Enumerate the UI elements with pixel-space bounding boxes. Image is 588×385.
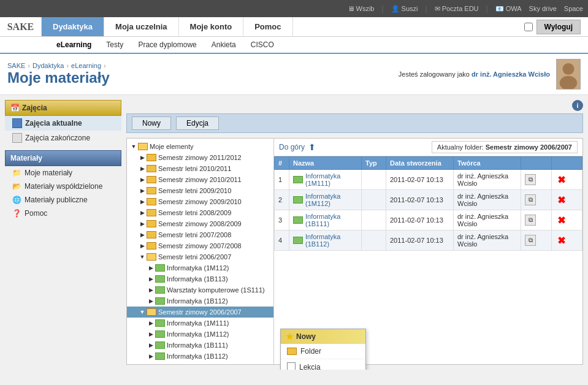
- top-bar-wszib[interactable]: 🖥 Wszib: [348, 5, 375, 12]
- top-bar-suszi[interactable]: 👤 Suszi: [391, 5, 418, 13]
- folder-icon: [147, 253, 156, 261]
- nowy-button[interactable]: Nowy: [132, 116, 171, 130]
- folder-icon: [147, 209, 156, 216]
- delete-icon[interactable]: ✖: [556, 235, 567, 246]
- copy-icon[interactable]: ⧉: [525, 174, 536, 185]
- top-bar-poczta[interactable]: ✉ Poczta EDU: [435, 5, 479, 13]
- top-bar-owa[interactable]: 📧 OWA: [495, 5, 522, 13]
- subnav-elearning[interactable]: eLearning: [49, 38, 99, 51]
- go-up-link[interactable]: Do góry: [279, 143, 305, 151]
- tree-root[interactable]: ▼ Moje elementy: [127, 141, 273, 152]
- info-icon[interactable]: i: [572, 100, 583, 111]
- tree-item[interactable]: ▶ Warsztaty komputerowe (1S111): [127, 284, 273, 295]
- person-icon: 👤: [391, 5, 400, 13]
- up-arrow-icon: ⬆: [308, 142, 316, 152]
- tree-panel: ▼ Moje elementy ▶ Semestr zimowy 2011/20…: [127, 139, 274, 364]
- folder-icon: [147, 165, 156, 172]
- user-info: Jesteś zalogowany jako dr inż. Agnieszka…: [399, 59, 581, 90]
- item-link[interactable]: Informatyka (1M112): [293, 192, 357, 207]
- tree-item[interactable]: ▶ Semestr letni 2009/2010: [127, 185, 273, 196]
- tree-item[interactable]: ▶ Semestr letni 2007/2008: [127, 229, 273, 240]
- tree-item[interactable]: ▶ Semestr zimowy 2010/2011: [127, 174, 273, 185]
- tree-item-selected[interactable]: ▼ Semestr zimowy 2006/2007: [127, 307, 273, 318]
- tree-item[interactable]: ▶ Informatyka (1M111): [127, 318, 273, 329]
- item-link[interactable]: Informatyka (1M111): [293, 172, 357, 187]
- logout-checkbox[interactable]: [524, 23, 533, 31]
- breadcrumb-dydaktyka[interactable]: Dydaktyka: [32, 62, 64, 69]
- tree-item[interactable]: ▶ Informatyka (1B111): [127, 340, 273, 351]
- dropdown-header: ★ Nowy: [281, 329, 365, 344]
- col-type: Typ: [362, 157, 386, 170]
- current-folder-name: Semestr zimowy 2006/2007: [486, 143, 572, 151]
- svg-point-2: [560, 76, 578, 90]
- nav-dydaktyka[interactable]: Dydaktyka: [42, 17, 104, 36]
- breadcrumb: SAKE › Dydaktyka › eLearning ›: [7, 62, 399, 69]
- dropdown-item-folder[interactable]: Folder: [281, 344, 365, 359]
- tree-item[interactable]: ▶ Semestr zimowy 2009/2010: [127, 196, 273, 207]
- sidebar-item-wspoldzielone[interactable]: 📂 Materiały współdzielone: [5, 180, 121, 193]
- folder-icon: [287, 348, 297, 355]
- copy-icon[interactable]: ⧉: [525, 215, 536, 226]
- subnav-prace-dyplomowe[interactable]: Prace dyplomowe: [131, 38, 204, 51]
- nav-moje-konto[interactable]: Moje konto: [179, 17, 244, 36]
- folder-icon: [147, 176, 156, 183]
- tree-item[interactable]: ▶ Semestr zimowy 2007/2008: [127, 240, 273, 251]
- delete-icon[interactable]: ✖: [556, 174, 567, 185]
- main-panel: i Nowy Edycja ▼ Moje elementy ▶ Se: [126, 100, 583, 365]
- sidebar-item-pomoc[interactable]: ❓ Pomoc: [5, 207, 121, 220]
- breadcrumb-elearning[interactable]: eLearning: [71, 62, 101, 69]
- tree-item[interactable]: ▶ Informatyka (1B112): [127, 351, 273, 362]
- copy-icon[interactable]: ⧉: [525, 194, 536, 205]
- subnav-testy[interactable]: Testy: [99, 38, 131, 51]
- mail-icon: ✉: [435, 5, 440, 13]
- tree-item[interactable]: ▶ Semestr letni 2010/2011: [127, 163, 273, 174]
- content-panel: Do góry ⬆ Aktualny folder: Semestr zimow…: [274, 139, 582, 364]
- tree-item[interactable]: ▼ Semestr letni 2006/2007: [127, 251, 273, 262]
- sidebar-item-publiczne[interactable]: 🌐 Materiały publiczne: [5, 193, 121, 207]
- nav-moja-uczelnia[interactable]: Moja uczelnia: [104, 17, 179, 36]
- page-title: Moje materiały: [7, 69, 399, 86]
- tree-toggle-root[interactable]: ▼: [129, 142, 138, 151]
- tree-content: ▼ Moje elementy ▶ Semestr zimowy 2011/20…: [126, 138, 583, 365]
- top-bar-skydrive[interactable]: Sky drive: [529, 5, 557, 12]
- dropdown-item-lekcja[interactable]: Lekcja: [281, 359, 365, 370]
- nav-pomoc[interactable]: Pomoc: [243, 17, 292, 36]
- folder-icon: [147, 242, 156, 250]
- item-link[interactable]: Informatyka (1B112): [293, 233, 357, 248]
- col-actions2: [552, 157, 582, 170]
- top-bar-space[interactable]: Space: [564, 5, 583, 12]
- folder-icon: [147, 308, 156, 316]
- delete-icon[interactable]: ✖: [556, 215, 567, 226]
- sidebar-item-moje-materialy[interactable]: 📁 Moje materiały: [5, 166, 121, 180]
- folder-icon: [147, 231, 156, 238]
- top-bar: 🖥 Wszib | 👤 Suszi | ✉ Poczta EDU | 📧 OWA…: [0, 0, 588, 17]
- tree-item[interactable]: ▶ Informatyka (1M112): [127, 329, 273, 340]
- delete-icon[interactable]: ✖: [556, 194, 567, 205]
- tree-item[interactable]: ▶ Informatyka (1M112): [127, 262, 273, 273]
- breadcrumb-sake[interactable]: SAKE: [7, 62, 25, 69]
- subnav-cisco[interactable]: CISCO: [243, 38, 281, 51]
- sidebar-item-zajecia-zakonczone[interactable]: Zajęcia zakończone: [5, 131, 121, 145]
- content-wrapper: 📅 Zajęcia Zajęcia aktualne Zajęcia zakoń…: [0, 95, 588, 370]
- item-link[interactable]: Informatyka (1B111): [293, 213, 357, 227]
- edycja-button[interactable]: Edycja: [176, 116, 219, 130]
- subnav-ankieta[interactable]: Ankieta: [204, 38, 243, 51]
- tree-item[interactable]: ▶ Semestr letni 2008/2009: [127, 207, 273, 218]
- tree-item[interactable]: ▶ Informatyka (1B112): [127, 295, 273, 307]
- main-nav: Dydaktyka Moja uczelnia Moje konto Pomoc…: [42, 17, 588, 36]
- folder-icon: [147, 154, 156, 161]
- sub-navigation: eLearning Testy Prace dyplomowe Ankieta …: [0, 37, 588, 54]
- user-text: Jesteś zalogowany jako dr inż. Agnieszka…: [399, 71, 550, 78]
- lesson-icon: [287, 362, 296, 370]
- zajecia-header: 📅 Zajęcia: [5, 100, 121, 116]
- tree-item[interactable]: ▶ Semestr zimowy 2011/2012: [127, 152, 273, 163]
- toolbar: Nowy Edycja: [126, 113, 583, 133]
- tree-item[interactable]: ▶ Semestr zimowy 2008/2009: [127, 218, 273, 229]
- col-num: #: [275, 157, 289, 170]
- sidebar-item-zajecia-aktualne[interactable]: Zajęcia aktualne: [5, 116, 121, 131]
- copy-icon[interactable]: ⧉: [525, 235, 536, 246]
- info-icon-row: i: [126, 100, 583, 111]
- tree-item[interactable]: ▶ Informatyka (1B113): [127, 273, 273, 284]
- logout-button[interactable]: Wyloguj: [536, 20, 581, 34]
- avatar: [556, 59, 581, 90]
